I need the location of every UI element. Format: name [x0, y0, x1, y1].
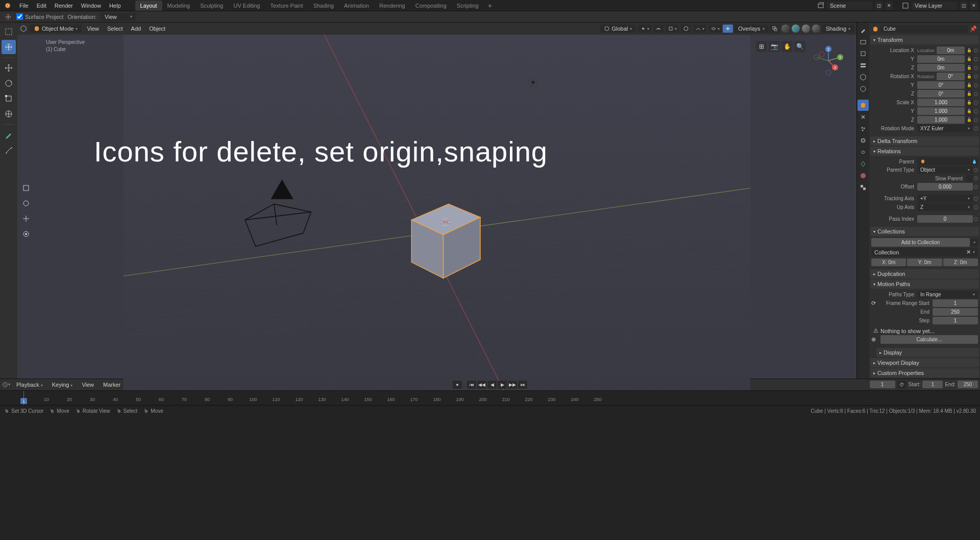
shading-wireframe[interactable]	[781, 25, 790, 33]
lock-loc-y[interactable]: 🔓	[966, 56, 973, 63]
workspace-compositing[interactable]: Compositing	[410, 1, 452, 11]
timeline-view[interactable]: View	[79, 381, 97, 389]
lock-loc-x[interactable]: 🔓	[966, 47, 973, 54]
anim-rot-y[interactable]	[974, 83, 978, 87]
prop-tab-physics[interactable]	[857, 135, 869, 146]
prop-tab-world[interactable]	[857, 83, 869, 95]
viewport-menu-add[interactable]: Add	[128, 25, 144, 33]
prop-tab-data[interactable]	[857, 158, 869, 170]
lock-rot-z[interactable]: 🔓	[966, 90, 973, 98]
editor-type-icon[interactable]	[19, 25, 28, 33]
surface-project-checkbox[interactable]: Surface Project	[16, 13, 63, 20]
section-relations[interactable]: ▾Relations	[870, 147, 979, 156]
collection-offset-x[interactable]: X: 0m	[871, 259, 906, 266]
npanel-tool-a[interactable]	[19, 181, 33, 195]
scene-icon[interactable]	[817, 2, 825, 10]
paths-type-select[interactable]: In Range▾	[917, 291, 978, 298]
tool-select-box[interactable]	[2, 25, 16, 39]
viewlayer-name-field[interactable]: View Layer	[912, 2, 958, 10]
nav-zoom2-icon[interactable]: 🔍	[794, 41, 805, 52]
prop-tab-viewlayer[interactable]	[857, 60, 869, 71]
viewport-menu-view[interactable]: View	[84, 25, 102, 33]
prop-tab-modifier[interactable]	[857, 111, 869, 123]
parent-eyedropper[interactable]: 💧	[971, 158, 978, 165]
workspace-rendering[interactable]: Rendering	[374, 1, 410, 11]
workspace-sculpting[interactable]: Sculpting	[195, 1, 228, 11]
overlays-toggle[interactable]: Overlays▾	[734, 25, 768, 33]
nav-camera-icon[interactable]: 📷	[769, 41, 780, 52]
proportional-toggle[interactable]	[681, 25, 691, 33]
rotation-x-input[interactable]: 0°	[937, 73, 965, 80]
viewport-menu-object[interactable]: Object	[146, 25, 168, 33]
timeline-ruler[interactable]: 1 11020304050607080901001101201301401501…	[0, 390, 980, 405]
section-motion-paths[interactable]: ▾Motion Paths	[870, 279, 979, 289]
scene-name-field[interactable]: Scene	[827, 2, 873, 10]
calculate-target-icon[interactable]: ⊕	[871, 336, 879, 343]
prop-tab-constraints[interactable]	[857, 147, 869, 158]
section-collections[interactable]: ▾Collections	[870, 227, 979, 236]
object-name-field[interactable]: Cube	[880, 25, 968, 33]
visibility-select[interactable]: ▾	[708, 25, 722, 33]
nav-pan-icon[interactable]: ✋	[781, 41, 793, 52]
location-x-input[interactable]: 0m	[937, 46, 965, 54]
pin-icon[interactable]: 📌	[970, 26, 977, 33]
workspace-shading[interactable]: Shading	[308, 1, 339, 11]
anim-rot-mode[interactable]	[974, 127, 978, 131]
menu-edit[interactable]: Edit	[33, 1, 51, 10]
up-axis-select[interactable]: Z▾	[917, 203, 973, 211]
viewlayer-delete-button[interactable]: ✕	[970, 2, 978, 10]
tool-annotate[interactable]	[2, 128, 16, 142]
section-custom-properties[interactable]: ▸Custom Properties	[870, 368, 979, 378]
menu-help[interactable]: Help	[105, 1, 125, 10]
shading-rendered[interactable]	[812, 25, 820, 33]
lock-loc-z[interactable]: 🔓	[966, 64, 973, 72]
workspace-add-button[interactable]: +	[484, 0, 496, 11]
calculate-button[interactable]: Calculate...	[880, 335, 978, 344]
anim-loc-x[interactable]	[974, 49, 978, 53]
breadcrumb-object-icon[interactable]	[872, 26, 878, 32]
scale-x-input[interactable]: 1.000	[917, 99, 965, 106]
section-viewport-display[interactable]: ▸Viewport Display	[870, 358, 979, 367]
offset-input[interactable]: 0.000	[917, 183, 973, 191]
play-button[interactable]: ▶	[498, 381, 507, 389]
current-frame-input[interactable]: 1	[870, 381, 895, 388]
keyframe-next-button[interactable]: ▶▶	[508, 381, 517, 389]
tool-cursor[interactable]	[2, 40, 16, 54]
viewlayer-new-button[interactable]: ◫	[960, 2, 968, 10]
workspace-animation[interactable]: Animation	[339, 1, 374, 11]
lock-rot-x[interactable]: 🔓	[966, 73, 973, 80]
play-reverse-button[interactable]: ◀	[487, 381, 497, 389]
jump-end-button[interactable]: ⏭	[518, 381, 527, 389]
scene-delete-button[interactable]: ✕	[885, 2, 893, 10]
workspace-scripting[interactable]: Scripting	[452, 1, 484, 11]
shading-lookdev[interactable]	[802, 25, 810, 33]
parent-select[interactable]	[917, 158, 970, 165]
lock-scale-z[interactable]: 🔓	[966, 116, 973, 124]
npanel-tool-c[interactable]	[19, 212, 33, 226]
transform-orientation-select[interactable]: Global▾	[600, 25, 636, 33]
prop-tab-tool[interactable]	[857, 25, 869, 36]
parent-type-select[interactable]: Object▾	[917, 166, 973, 174]
proportional-falloff[interactable]: ▾	[693, 25, 706, 33]
prop-tab-particles[interactable]	[857, 123, 869, 134]
rotation-z-input[interactable]: 0°	[917, 90, 965, 98]
workspace-modeling[interactable]: Modeling	[162, 1, 195, 11]
workspace-layout[interactable]: Layout	[135, 1, 162, 11]
frame-start-input[interactable]: 1	[933, 299, 978, 307]
collection-offset-y[interactable]: Y: 0m	[907, 259, 942, 266]
rotation-mode-select[interactable]: XYZ Euler▾	[917, 125, 973, 132]
scene-new-button[interactable]: ◫	[875, 2, 883, 10]
3d-viewport[interactable]: Object Mode▾ View Select Add Object Glob…	[17, 22, 856, 379]
timeline-keying[interactable]: Keying ▾	[49, 381, 76, 389]
frame-step-input[interactable]: 1	[933, 317, 978, 324]
prop-tab-scene[interactable]	[857, 72, 869, 83]
location-y-input[interactable]: 0m	[917, 55, 965, 63]
npanel-tool-d[interactable]	[19, 227, 33, 241]
section-duplication[interactable]: ▸Duplication	[870, 269, 979, 278]
menu-window[interactable]: Window	[77, 1, 105, 10]
rotation-y-input[interactable]: 0°	[917, 81, 965, 89]
pass-index-input[interactable]: 0	[917, 215, 973, 223]
anim-loc-y[interactable]	[974, 57, 978, 61]
tool-move[interactable]	[2, 61, 16, 75]
interaction-mode-select[interactable]: Object Mode▾	[30, 25, 82, 33]
